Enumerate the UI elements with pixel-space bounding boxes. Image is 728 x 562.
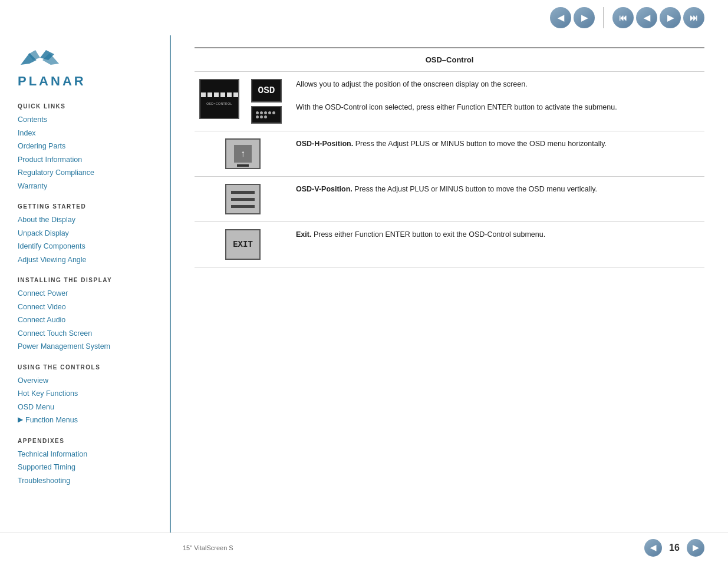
vpos-bar1 [231, 191, 255, 194]
table-row: OSD-V-Position. Press the Adjust PLUS or… [195, 177, 704, 222]
vpos-bar3 [231, 205, 255, 208]
osd-sub-dots [256, 111, 277, 118]
top-bar: ◀ ▶ ⏮ ◀ ▶ ⏭ [0, 0, 728, 35]
planar-logo-icon [18, 47, 65, 71]
vpos-bar2 [231, 198, 255, 201]
footer-page-number: 16 [666, 543, 683, 553]
active-arrow-icon: ▶ [18, 414, 23, 427]
nav-next-button[interactable]: ▶ [574, 7, 595, 28]
sidebar-link-ordering[interactable]: Ordering Parts [18, 140, 158, 153]
sidebar-link-unpack[interactable]: Unpack Display [18, 227, 158, 240]
icon-dot2 [207, 92, 212, 97]
sidebar-link-connect-power[interactable]: Connect Power [18, 287, 158, 300]
table-row: EXIT Exit. Press either Function ENTER b… [195, 222, 704, 267]
sidebar-link-warranty[interactable]: Warranty [18, 180, 158, 193]
osd-main-icon: OSD [251, 79, 282, 103]
sidebar-link-technical[interactable]: Technical Information [18, 448, 158, 461]
quick-links-title: QUICK LINKS [18, 103, 158, 110]
footer-title: 15" VitalScreen S [183, 544, 233, 551]
sidebar-link-connect-video[interactable]: Connect Video [18, 300, 158, 314]
icon-dot4 [220, 92, 225, 97]
sidebar-link-identify[interactable]: Identify Components [18, 240, 158, 253]
dot8 [264, 115, 267, 118]
icon-dot6 [233, 92, 238, 97]
osd-sub-icon [251, 106, 282, 124]
exit-desc: Press either Function ENTER button to ex… [314, 230, 545, 239]
hpos-icon: ↑ [225, 138, 261, 169]
nav-last-button[interactable]: ⏭ [683, 7, 704, 28]
nav-divider [603, 7, 604, 28]
osd-screen-icon-cell: OSD=CONTROL [195, 72, 244, 131]
hpos-stand [237, 164, 249, 167]
dot5 [272, 111, 275, 114]
dot3 [264, 111, 267, 114]
main-content: OSD–Control [171, 35, 728, 533]
sidebar-link-adjust-angle[interactable]: Adjust Viewing Angle [18, 253, 158, 267]
sidebar-link-connect-touch[interactable]: Connect Touch Screen [18, 327, 158, 340]
vpos-desc: Press the Adjust PLUS or MINUS button to… [354, 185, 597, 193]
sidebar-link-connect-audio[interactable]: Connect Audio [18, 313, 158, 327]
osd-table: OSD–Control [195, 48, 704, 267]
nav-prev2-button[interactable]: ◀ [636, 7, 657, 28]
logo-area: PLANAR [18, 47, 158, 89]
footer-nav: ◀ 16 ▶ [644, 539, 704, 557]
sidebar-link-power-mgmt[interactable]: Power Management System [18, 340, 158, 353]
page-wrapper: ◀ ▶ ⏮ ◀ ▶ ⏭ [0, 0, 728, 562]
icon-dot5 [227, 92, 232, 97]
hpos-icon-cell: ↑ [195, 131, 291, 177]
footer-prev-button[interactable]: ◀ [644, 539, 662, 557]
vpos-icon [225, 184, 261, 214]
icon-menu-row [201, 92, 238, 97]
osd-screen-icon: OSD=CONTROL [199, 79, 239, 119]
sidebar-link-troubleshooting[interactable]: Troubleshooting [18, 474, 158, 488]
dot1 [256, 111, 259, 114]
sidebar-link-hotkey[interactable]: Hot Key Functions [18, 387, 158, 401]
osd-desc-cell-1: Allows you to adjust the position of the… [291, 72, 704, 131]
vpos-label: OSD-V-Position. [296, 185, 353, 193]
logo-text: PLANAR [18, 74, 158, 89]
footer-next-button[interactable]: ▶ [687, 539, 704, 557]
appendixes-title: APPENDIXES [18, 438, 158, 444]
sidebar-link-about[interactable]: About the Display [18, 213, 158, 227]
table-row: ↑ OSD-H-Position. Press the Adjust PLUS … [195, 131, 704, 177]
hpos-label: OSD-H-Position. [296, 140, 353, 148]
exit-label: Exit. [296, 230, 311, 239]
sidebar-link-supported-timing[interactable]: Supported Timing [18, 461, 158, 474]
table-header-label: OSD–Control [426, 55, 474, 64]
osd-small-icons: OSD [249, 79, 284, 124]
icon-dot1 [201, 92, 206, 97]
vpos-icon-cell [195, 177, 291, 222]
nav-prev-button[interactable]: ◀ [550, 7, 571, 28]
sidebar-link-index[interactable]: Index [18, 127, 158, 140]
getting-started-title: GETTING STARTED [18, 203, 158, 210]
footer: 15" VitalScreen S ◀ 16 ▶ [0, 533, 728, 562]
table-header-cell: OSD–Control [195, 48, 704, 72]
table-header-row: OSD–Control [195, 48, 704, 72]
osd-desc-cell-4: Exit. Press either Function ENTER button… [291, 222, 704, 267]
icon-dot3 [214, 92, 219, 97]
sidebar-link-contents[interactable]: Contents [18, 113, 158, 127]
sidebar-link-function-menus[interactable]: ▶Function Menus [18, 414, 158, 427]
hpos-desc: Press the Adjust PLUS or MINUS button to… [355, 140, 607, 148]
sidebar-link-regulatory[interactable]: Regulatory Compliance [18, 166, 158, 180]
osd-control-label: OSD=CONTROL [206, 102, 232, 105]
exit-icon: EXIT [225, 229, 261, 260]
exit-icon-cell: EXIT [195, 222, 291, 267]
sidebar: PLANAR QUICK LINKS Contents Index Orderi… [0, 35, 171, 533]
sidebar-link-product-info[interactable]: Product Information [18, 153, 158, 167]
hpos-inner: ↑ [234, 145, 252, 163]
osd-desc-cell-3: OSD-V-Position. Press the Adjust PLUS or… [291, 177, 704, 222]
content-area: PLANAR QUICK LINKS Contents Index Orderi… [0, 35, 728, 533]
nav-first-button[interactable]: ⏮ [612, 7, 634, 28]
sidebar-link-osd-menu[interactable]: OSD Menu [18, 401, 158, 414]
osd-small-icons-cell: OSD [244, 72, 291, 131]
table-row: OSD=CONTROL OSD [195, 72, 704, 131]
osd-desc-para1: Allows you to adjust the position of the… [296, 79, 700, 90]
nav-next2-button[interactable]: ▶ [660, 7, 681, 28]
osd-desc-cell-2: OSD-H-Position. Press the Adjust PLUS or… [291, 131, 704, 177]
dot7 [260, 115, 263, 118]
controls-title: USING THE CONTROLS [18, 364, 158, 371]
dot6 [256, 115, 259, 118]
sidebar-link-overview[interactable]: Overview [18, 374, 158, 388]
prev-next-group: ◀ ▶ [550, 7, 595, 28]
